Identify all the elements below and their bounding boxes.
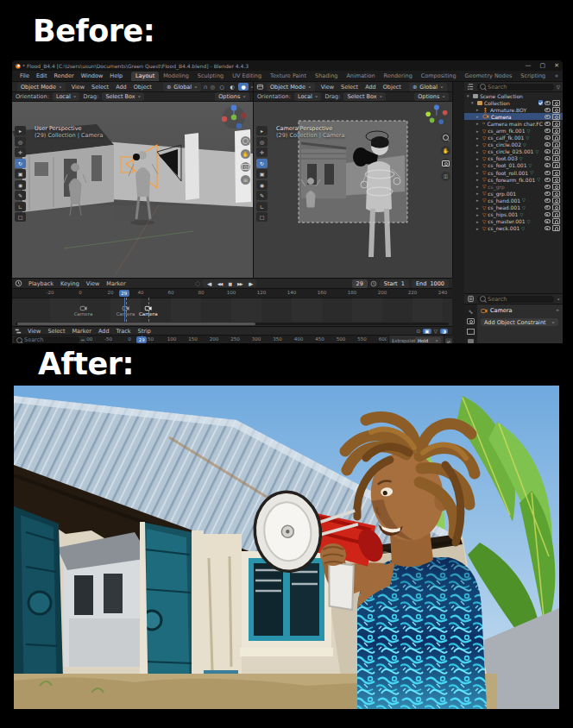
disable-render-icon[interactable] bbox=[552, 141, 560, 147]
menu-file[interactable]: File bbox=[16, 72, 33, 80]
nla-playhead[interactable] bbox=[142, 336, 142, 343]
outliner-row-cs-circle-025-001[interactable]: ▸▽cs_circle_025.001▽ bbox=[464, 148, 563, 155]
vp-left-menu-view[interactable]: View bbox=[68, 83, 88, 91]
jump-to-start-button[interactable]: ◀▮ bbox=[205, 279, 214, 287]
timeline-scrollbar[interactable] bbox=[16, 323, 449, 325]
mode-dropdown[interactable]: Object Mode∨ bbox=[267, 83, 315, 91]
outliner-row-cs-master-001[interactable]: ▸▽cs_master.001▽ bbox=[464, 218, 563, 225]
tab-strip[interactable]: Strip bbox=[445, 338, 452, 343]
outliner-row-cs-foot-roll-001[interactable]: ▸▽cs_foot_roll.001▽ bbox=[464, 169, 563, 176]
shading-material-icon[interactable]: ● bbox=[238, 83, 249, 91]
nla-menu-add[interactable]: Add bbox=[95, 327, 113, 336]
menu-help[interactable]: Help bbox=[106, 72, 126, 80]
orientation-value-dropdown[interactable]: Local∨ bbox=[53, 92, 80, 101]
timeline-playhead[interactable] bbox=[124, 298, 125, 322]
hide-viewport-icon[interactable] bbox=[545, 122, 551, 126]
shading-solid-icon[interactable]: ◐ bbox=[228, 83, 236, 91]
hide-viewport-icon[interactable] bbox=[545, 135, 551, 140]
perspective-toggle-icon[interactable]: ⊞ bbox=[241, 175, 250, 185]
vp-right-menu-object[interactable]: Object bbox=[380, 83, 405, 91]
workspace-tab-uv-editing[interactable]: UV Editing bbox=[228, 72, 266, 81]
outliner-row-camera-main-char-fc[interactable]: ▸Camera main char.FC bbox=[464, 120, 563, 127]
window-titlebar[interactable]: * Flood_B4.4 [C:\Users\usun\Documents\Gr… bbox=[12, 60, 563, 71]
collection-checkbox[interactable] bbox=[538, 100, 544, 105]
timeline-menu-playback[interactable]: Playback bbox=[25, 279, 57, 288]
disable-render-icon[interactable] bbox=[552, 135, 560, 141]
nla-menu-view[interactable]: View bbox=[24, 327, 44, 336]
disable-render-icon[interactable] bbox=[552, 107, 560, 113]
editor-type-timeline-icon[interactable] bbox=[15, 279, 22, 287]
rotate-tool[interactable]: ↻ bbox=[15, 159, 26, 168]
hide-viewport-icon[interactable] bbox=[545, 101, 551, 105]
annotate-tool[interactable]: ✎ bbox=[15, 191, 26, 200]
timeline-menu-keying[interactable]: Keying bbox=[57, 279, 83, 288]
end-frame-field[interactable]: End 1000 bbox=[412, 279, 449, 288]
hide-viewport-icon[interactable] bbox=[545, 205, 551, 210]
disable-render-icon[interactable] bbox=[552, 204, 560, 210]
hide-viewport-icon[interactable] bbox=[545, 198, 551, 203]
viewport-right-canvas[interactable]: Camera Perspective (29) Collection | Cam… bbox=[254, 102, 452, 278]
close-button[interactable]: ✕ bbox=[554, 62, 559, 69]
outliner-search-input[interactable]: Search bbox=[477, 84, 554, 91]
workspace-tab-[interactable]: + bbox=[550, 72, 563, 81]
vp-left-menu-object[interactable]: Object bbox=[130, 83, 155, 91]
measure-tool[interactable]: ∟ bbox=[256, 202, 268, 211]
hide-viewport-icon[interactable] bbox=[545, 115, 551, 119]
workspace-tab-shading[interactable]: Shading bbox=[311, 72, 342, 81]
disable-render-icon[interactable] bbox=[552, 218, 560, 224]
output-tab-icon[interactable] bbox=[467, 328, 475, 335]
workspace-tab-sculpting[interactable]: Sculpting bbox=[193, 72, 228, 81]
lock-icon[interactable]: ⚿ bbox=[441, 172, 450, 181]
filter-funnel-icon[interactable]: ▽ bbox=[557, 85, 560, 90]
disable-render-icon[interactable] bbox=[552, 155, 560, 161]
menu-edit[interactable]: Edit bbox=[33, 72, 51, 80]
outliner-row-cs-calf-fk-001[interactable]: ▸▽cs_calf_fk.001▽ bbox=[464, 135, 563, 141]
minimize-button[interactable]: — bbox=[526, 62, 532, 69]
scale-tool[interactable]: ▣ bbox=[256, 169, 268, 179]
outliner-row-cs-hips-001[interactable]: ▸▽cs_hips.001▽ bbox=[464, 211, 563, 218]
hide-viewport-icon[interactable] bbox=[545, 149, 551, 154]
select-box-tool[interactable]: ▸ bbox=[15, 126, 26, 135]
cursor-tool[interactable]: ◎ bbox=[15, 137, 26, 147]
outliner-row-camera[interactable]: ▸Camera bbox=[464, 113, 563, 120]
nla-overlay-toggle-icon[interactable]: ◑ bbox=[440, 329, 448, 334]
mode-dropdown[interactable]: Object Mode∨ bbox=[17, 83, 66, 91]
hide-viewport-icon[interactable] bbox=[545, 156, 551, 160]
vp-left-menu-select[interactable]: Select bbox=[88, 83, 112, 91]
pin-icon[interactable]: ⌖ bbox=[556, 307, 559, 314]
zoom-icon[interactable] bbox=[441, 133, 450, 142]
workspace-tab-geometry-nodes[interactable]: Geometry Nodes bbox=[461, 72, 517, 81]
editor-type-outliner-icon[interactable] bbox=[467, 83, 475, 91]
workspace-tab-modeling[interactable]: Modeling bbox=[159, 72, 193, 81]
editor-type-properties-icon[interactable] bbox=[467, 295, 475, 303]
drag-value-dropdown[interactable]: Select Box∨ bbox=[102, 92, 144, 101]
nla-menu-track[interactable]: Track bbox=[113, 327, 135, 336]
render-tab-icon[interactable] bbox=[467, 318, 475, 325]
transform-tool[interactable]: ◉ bbox=[15, 180, 26, 190]
disable-render-icon[interactable] bbox=[552, 114, 560, 120]
hide-viewport-icon[interactable] bbox=[545, 129, 551, 133]
hide-viewport-icon[interactable] bbox=[545, 212, 551, 217]
workspace-tab-animation[interactable]: Animation bbox=[342, 72, 379, 81]
timeline-marker-camera[interactable]: Camera bbox=[116, 305, 135, 317]
menu-render[interactable]: Render bbox=[50, 72, 77, 80]
outliner-row-cs-neck-001[interactable]: ▸▽cs_neck.001▽ bbox=[464, 225, 563, 232]
hide-viewport-icon[interactable] bbox=[545, 142, 551, 147]
outliner-row-cs-grp[interactable]: ▸▽cs_grp bbox=[464, 183, 563, 190]
hide-viewport-icon[interactable] bbox=[545, 219, 551, 223]
nla-ruler[interactable]: -100-50050100150200250300350400450500550… bbox=[86, 336, 387, 343]
nla-cursor-filter-icon[interactable]: ⊙ bbox=[416, 328, 420, 334]
snap-magnet-icon[interactable]: ∩ bbox=[204, 84, 208, 91]
outliner-row-cs-arm-fk-001[interactable]: ▸▽cs_arm_fk.001▽ bbox=[464, 127, 563, 134]
add-object-constraint-button[interactable]: Add Object Constraint∨ bbox=[481, 318, 558, 326]
shading-wireframe-icon[interactable]: ○ bbox=[217, 83, 226, 91]
disable-render-icon[interactable] bbox=[552, 211, 560, 217]
scale-tool[interactable]: ▣ bbox=[15, 169, 26, 179]
disable-render-icon[interactable] bbox=[552, 100, 560, 106]
add-cube-tool[interactable]: ▢ bbox=[256, 212, 268, 222]
disable-render-icon[interactable] bbox=[552, 162, 560, 168]
rotate-tool[interactable]: ↻ bbox=[256, 159, 268, 168]
camera-view-icon[interactable] bbox=[241, 162, 250, 172]
workspace-tab-scripting[interactable]: Scripting bbox=[516, 72, 550, 81]
pan-hand-icon[interactable]: ✋ bbox=[241, 149, 250, 159]
